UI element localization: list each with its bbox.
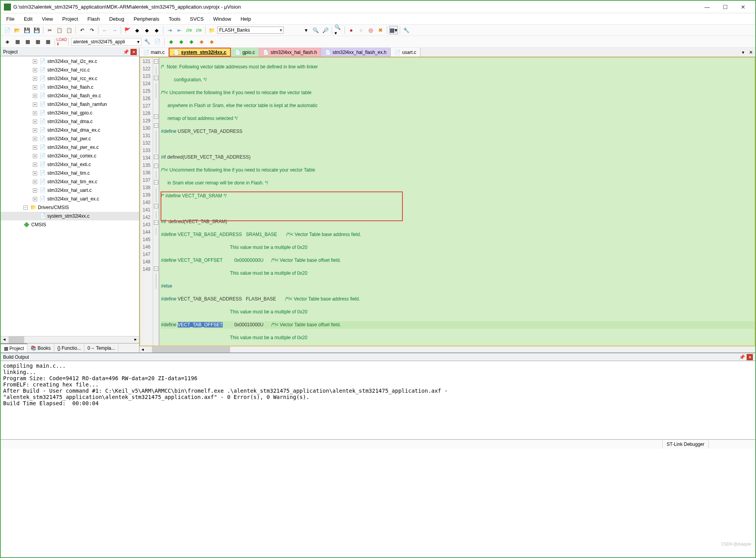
manage-rte-icon[interactable]: ◆ xyxy=(167,38,175,46)
pin-icon[interactable]: 📌 xyxy=(739,354,745,360)
expand-icon[interactable]: + xyxy=(33,180,37,184)
editor-hscroll[interactable]: ◂ xyxy=(139,346,755,352)
open-file-icon[interactable]: 📂 xyxy=(13,26,21,34)
save-all-icon[interactable]: 💾 xyxy=(32,26,41,34)
batch-build-icon[interactable]: ▦ xyxy=(34,38,42,46)
options-target-icon[interactable]: 🔧 xyxy=(143,38,152,46)
translate-icon[interactable]: ◈ xyxy=(3,38,12,46)
minimize-button[interactable]: — xyxy=(698,1,716,13)
tree-file[interactable]: +stm32l4xx_hal_flash_ex.c xyxy=(1,91,139,100)
scroll-left-icon[interactable]: ◂ xyxy=(139,347,146,352)
scroll-thumb[interactable] xyxy=(152,347,230,352)
menu-project[interactable]: Project xyxy=(58,14,82,23)
scroll-thumb[interactable] xyxy=(9,336,24,343)
breakpoint-disable-icon[interactable]: ○ xyxy=(357,26,365,34)
rte-manage-icon[interactable]: ◆ xyxy=(207,38,216,46)
bookmark-icon[interactable]: 🚩 xyxy=(123,26,132,34)
fold-toggle-icon[interactable]: − xyxy=(154,266,158,271)
menu-window[interactable]: Window xyxy=(209,14,235,23)
expand-icon[interactable]: + xyxy=(33,85,37,89)
tree-file[interactable]: +stm32l4xx_hal_flash.c xyxy=(1,83,139,91)
fold-toggle-icon[interactable]: − xyxy=(154,220,158,225)
tab-gpio-c[interactable]: 📄 gpio.c xyxy=(231,48,259,57)
expand-icon[interactable]: + xyxy=(33,188,37,193)
expand-icon[interactable]: + xyxy=(33,163,37,167)
window-layout-icon[interactable]: ▦▾ xyxy=(389,26,398,34)
find-in-files-icon[interactable]: 📁 xyxy=(207,26,216,34)
download-icon[interactable]: LOAD⬇ xyxy=(57,38,66,46)
configure-icon[interactable]: 🔧 xyxy=(402,26,411,34)
fold-toggle-icon[interactable]: − xyxy=(154,164,158,168)
bookmark-prev-icon[interactable]: ◆ xyxy=(133,26,141,34)
comment-icon[interactable]: //≡ xyxy=(185,26,193,34)
scroll-left-icon[interactable]: ◂ xyxy=(1,336,8,343)
tab-close-icon[interactable]: ✕ xyxy=(747,48,755,57)
tab-main-c[interactable]: 📄 main.c xyxy=(139,48,169,57)
incremental-find-icon[interactable]: 🔎 xyxy=(321,26,330,34)
build-output-text[interactable]: compiling main.c... linking... Program S… xyxy=(1,361,755,439)
expand-icon[interactable]: + xyxy=(33,197,37,201)
tree-file[interactable]: +stm32l4xx_hal_tim.c xyxy=(1,169,139,177)
close-button[interactable]: ✕ xyxy=(734,1,752,13)
code-content[interactable]: /* Note: Following vector table addresse… xyxy=(159,58,754,345)
debug-start-icon[interactable]: 🔍▾ xyxy=(334,26,343,34)
save-icon[interactable]: 💾 xyxy=(23,26,31,34)
tree-file[interactable]: +stm32l4xx_hal_uart.c xyxy=(1,186,139,195)
fold-toggle-icon[interactable]: − xyxy=(154,155,158,159)
maximize-button[interactable]: ☐ xyxy=(716,1,734,13)
tree-file[interactable]: +stm32l4xx_hal_exti.c xyxy=(1,160,139,169)
tab-system-stm32l4xx-c[interactable]: 📄 system_stm32l4xx.c xyxy=(169,48,231,57)
tree-file[interactable]: +stm32l4xx_hal_gpio.c xyxy=(1,109,139,117)
expand-icon[interactable]: + xyxy=(33,145,37,150)
tree-cmsis-component[interactable]: CMSIS xyxy=(1,220,139,229)
expand-icon[interactable]: + xyxy=(33,102,37,107)
pin-icon[interactable]: 📌 xyxy=(123,49,129,55)
find-icon[interactable]: 🔍 xyxy=(311,26,320,34)
nav-forward-icon[interactable]: → xyxy=(110,26,119,34)
tab-project[interactable]: ▦ Project xyxy=(1,343,27,352)
expand-icon[interactable]: + xyxy=(33,59,37,64)
tree-file[interactable]: +stm32l4xx_hal_dma_ex.c xyxy=(1,126,139,134)
expand-icon[interactable]: + xyxy=(33,94,37,98)
tab-flash-ex-h[interactable]: 📄 stm32l4xx_hal_flash_ex.h xyxy=(321,48,391,57)
build-icon[interactable]: ▦ xyxy=(13,38,22,46)
code-editor[interactable]: 121 122 123 124 125 126 127 128 129 130 … xyxy=(139,57,755,346)
fold-toggle-icon[interactable]: − xyxy=(154,59,158,64)
project-tree[interactable]: +stm32l4xx_hal_i2c_ex.c +stm32l4xx_hal_r… xyxy=(1,56,139,336)
pane-close-icon[interactable]: ✕ xyxy=(747,354,753,360)
tab-books[interactable]: 📚 Books xyxy=(27,343,54,352)
tab-menu-dropdown[interactable]: ▾ xyxy=(740,48,747,57)
expand-icon[interactable]: + xyxy=(33,111,37,115)
menu-edit[interactable]: Edit xyxy=(20,14,36,23)
rebuild-icon[interactable]: ▦ xyxy=(23,38,32,46)
collapse-icon[interactable]: − xyxy=(23,206,28,210)
tree-file[interactable]: +stm32l4xx_hal_tim_ex.c xyxy=(1,177,139,186)
bookmark-next-icon[interactable]: ◆ xyxy=(143,26,151,34)
tree-file[interactable]: +stm32l4xx_hal_rcc.c xyxy=(1,66,139,74)
tree-file[interactable]: +stm32l4xx_hal_rcc_ex.c xyxy=(1,74,139,83)
file-ext-icon[interactable]: 📄 xyxy=(153,38,162,46)
expand-icon[interactable]: + xyxy=(33,128,37,132)
menu-flash[interactable]: Flash xyxy=(84,14,104,23)
redo-icon[interactable]: ↷ xyxy=(88,26,96,34)
scroll-right-icon[interactable]: ▸ xyxy=(132,336,139,343)
rte-icon[interactable]: ◆ xyxy=(197,38,206,46)
tree-file[interactable]: +stm32l4xx_hal_pwr_ex.c xyxy=(1,143,139,152)
fold-column[interactable]: − − − − − − − − − xyxy=(153,58,159,345)
expand-icon[interactable]: + xyxy=(33,154,37,158)
tree-file[interactable]: +stm32l4xx_hal_cortex.c xyxy=(1,152,139,160)
cut-icon[interactable]: ✂ xyxy=(45,26,54,34)
tree-file[interactable]: +stm32l4xx_hal_uart_ex.c xyxy=(1,195,139,203)
fold-toggle-icon[interactable]: − xyxy=(154,204,158,208)
tab-templates[interactable]: 0→ Templa... xyxy=(84,343,118,352)
uncomment-icon[interactable]: //≡ xyxy=(195,26,203,34)
menu-svcs[interactable]: SVCS xyxy=(186,14,207,23)
expand-icon[interactable]: + xyxy=(33,68,37,72)
target-select[interactable]: alentek_stm32l475_appli ▾ xyxy=(71,38,141,46)
breakpoint-all-icon[interactable]: ◎ xyxy=(366,26,375,34)
menu-help[interactable]: Help xyxy=(237,14,255,23)
copy-icon[interactable]: 📋 xyxy=(55,26,64,34)
bookmark-clear-icon[interactable]: ◆ xyxy=(152,26,161,34)
kill-breakpoints-icon[interactable]: ✖ xyxy=(376,26,385,34)
fold-toggle-icon[interactable]: − xyxy=(154,76,158,80)
